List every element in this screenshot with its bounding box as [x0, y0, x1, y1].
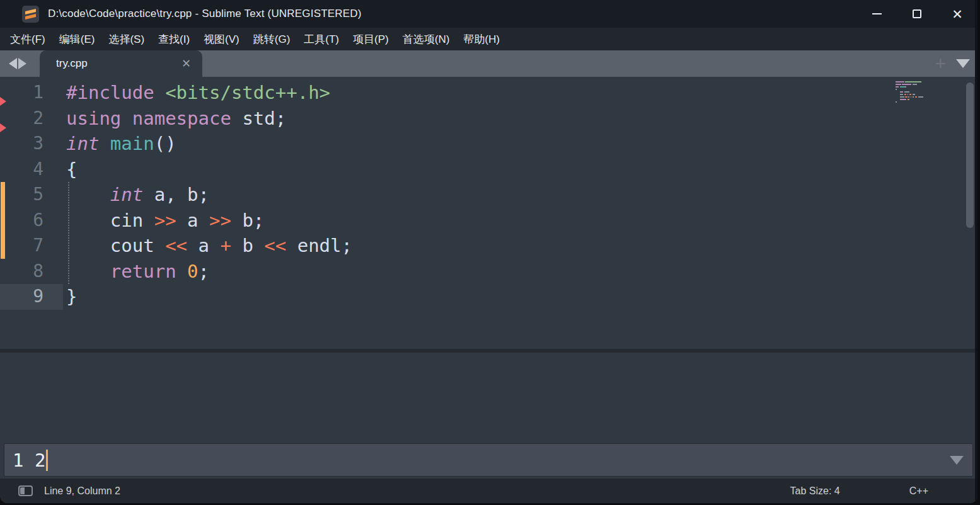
code-token — [99, 133, 110, 154]
code-token: cout — [66, 235, 165, 256]
code-token: () — [154, 133, 176, 154]
vertical-scrollbar[interactable] — [966, 82, 974, 228]
code-line-9[interactable]: } — [66, 284, 352, 310]
close-button[interactable]: ✕ — [937, 0, 977, 28]
code-token — [154, 82, 165, 103]
line-number-3[interactable]: 3 — [0, 131, 63, 157]
code-token: 0 — [187, 261, 198, 282]
window-controls: ✕ — [856, 0, 977, 28]
line-number-8[interactable]: 8 — [0, 259, 63, 285]
line-number-9[interactable]: 9 — [0, 284, 63, 310]
tab-label: try.cpp — [56, 57, 88, 70]
code-token: using — [66, 108, 121, 129]
code-token: <bits/stdc++.h> — [165, 82, 330, 103]
code-token: main — [110, 133, 154, 154]
code-token: ; — [199, 261, 209, 282]
sublime-logo-icon — [22, 6, 39, 23]
status-caret-position: Line 9, Column 2 — [44, 485, 120, 497]
code-token: { — [66, 159, 77, 180]
code-token: << — [165, 235, 187, 256]
close-icon: ✕ — [952, 8, 963, 21]
code-token: a, b; — [143, 184, 209, 205]
build-input-value: 1 2 — [13, 450, 45, 471]
window-right-edge — [975, 0, 977, 503]
build-input-field[interactable]: 1 2 — [4, 443, 973, 477]
menu-item-6[interactable]: 工具(T) — [297, 29, 346, 50]
code-line-8[interactable]: return 0; — [66, 259, 352, 285]
code-token — [176, 261, 187, 282]
tab-bar: try.cpp ✕ + — [0, 50, 977, 77]
code-token: b; — [231, 210, 264, 231]
code-line-1[interactable]: #include <bits/stdc++.h> — [66, 80, 352, 106]
status-syntax[interactable]: C++ — [909, 485, 928, 497]
code-token: cin — [66, 210, 154, 231]
history-forward-icon[interactable] — [18, 58, 26, 69]
title-bar: D:\code\Code\practice\try.cpp - Sublime … — [0, 0, 977, 28]
minimap[interactable] — [896, 81, 930, 103]
code-token: << — [264, 235, 286, 256]
tab-overflow-icon[interactable] — [956, 59, 970, 68]
new-tab-icon[interactable]: + — [935, 54, 946, 73]
status-right: Tab Size: 4 C++ — [790, 485, 977, 497]
code-token: int — [66, 133, 99, 154]
menu-item-1[interactable]: 编辑(E) — [52, 29, 102, 50]
line-number-2[interactable]: 2 — [0, 106, 63, 132]
code-line-4[interactable]: { — [66, 157, 352, 183]
menu-item-2[interactable]: 选择(S) — [101, 29, 151, 50]
line-number-7[interactable]: 7 — [0, 233, 63, 259]
code-token: >> — [154, 210, 176, 231]
code-token: a — [187, 235, 220, 256]
menu-item-3[interactable]: 查找(I) — [151, 29, 197, 50]
menu-item-9[interactable]: 帮助(H) — [456, 29, 507, 50]
code-token: namespace — [132, 108, 231, 129]
menu-item-8[interactable]: 首选项(N) — [396, 29, 457, 50]
line-number-4[interactable]: 4 — [0, 157, 63, 183]
code-token: >> — [209, 210, 231, 231]
maximize-button[interactable] — [897, 0, 937, 28]
code-token: } — [66, 286, 77, 307]
gutter[interactable]: 123456789 — [0, 80, 63, 310]
history-back-icon[interactable] — [9, 58, 17, 69]
sidebar-toggle-icon[interactable] — [18, 485, 33, 496]
code-token — [66, 184, 110, 205]
code-token: std; — [231, 108, 286, 129]
code-token: int — [110, 184, 143, 205]
line-number-1[interactable]: 1 — [0, 80, 63, 106]
code-area[interactable]: #include <bits/stdc++.h>using namespace … — [66, 80, 352, 310]
code-token: a — [176, 210, 209, 231]
sublime-window: D:\code\Code\practice\try.cpp - Sublime … — [0, 0, 977, 503]
code-line-7[interactable]: cout << a + b << endl; — [66, 233, 352, 259]
menu-item-5[interactable]: 跳转(G) — [246, 29, 297, 50]
build-output-panel: 1 2 — [0, 353, 977, 479]
code-token: + — [220, 235, 231, 256]
dropdown-icon[interactable] — [950, 456, 964, 465]
menu-item-4[interactable]: 视图(V) — [197, 29, 246, 50]
code-line-2[interactable]: using namespace std; — [66, 106, 352, 132]
text-caret — [46, 450, 48, 471]
menu-bar: 文件(F)编辑(E)选择(S)查找(I)视图(V)跳转(G)工具(T)项目(P)… — [0, 28, 977, 50]
line-number-6[interactable]: 6 — [0, 208, 63, 234]
minimap-line — [896, 101, 930, 103]
menu-item-7[interactable]: 项目(P) — [346, 29, 396, 50]
tab-actions: + — [935, 50, 970, 77]
code-token: endl; — [286, 235, 352, 256]
code-line-3[interactable]: int main() — [66, 131, 352, 157]
menu-item-0[interactable]: 文件(F) — [3, 29, 52, 50]
code-token: #include — [66, 82, 154, 103]
code-token — [66, 261, 110, 282]
status-tab-size[interactable]: Tab Size: 4 — [790, 485, 840, 497]
tab-nav — [9, 50, 26, 77]
line-number-5[interactable]: 5 — [0, 182, 63, 208]
window-title: D:\code\Code\practice\try.cpp - Sublime … — [48, 8, 362, 20]
code-line-6[interactable]: cin >> a >> b; — [66, 208, 352, 234]
code-token: return — [110, 261, 176, 282]
tab-try-cpp[interactable]: try.cpp ✕ — [40, 50, 202, 77]
tab-close-icon[interactable]: ✕ — [182, 57, 191, 71]
minimize-button[interactable] — [856, 0, 897, 28]
maximize-icon — [913, 9, 921, 18]
code-line-5[interactable]: int a, b; — [66, 182, 352, 208]
editor-pane[interactable]: 123456789 #include <bits/stdc++.h>using … — [0, 77, 977, 349]
code-token — [121, 108, 132, 129]
minimize-icon — [872, 13, 882, 14]
status-bar: Line 9, Column 2 Tab Size: 4 C++ — [0, 479, 977, 503]
